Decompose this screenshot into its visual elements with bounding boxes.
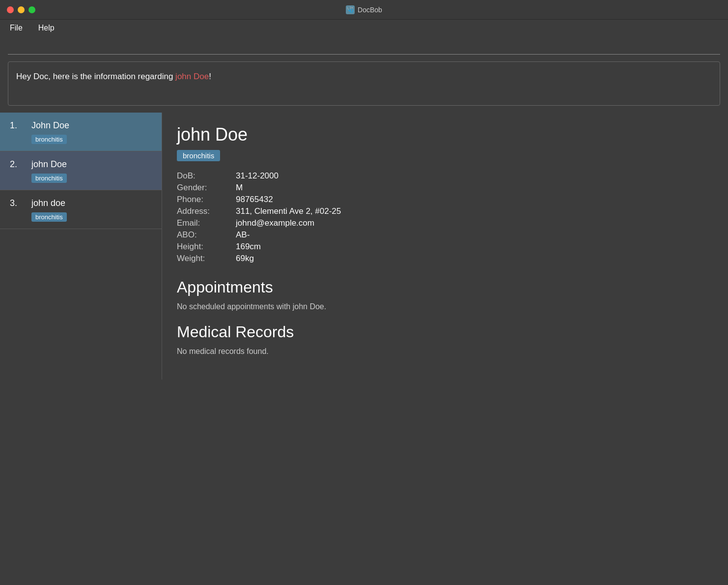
patient-detail: john Doe bronchitis DoB: 31-12-2000 Gend… bbox=[162, 113, 728, 380]
detail-row-dob: DoB: 31-12-2000 bbox=[177, 171, 713, 181]
app-title-text: DocBob bbox=[358, 6, 382, 14]
patient-tag-1: bronchitis bbox=[31, 135, 67, 144]
detail-patient-tag: bronchitis bbox=[177, 150, 220, 161]
detail-value-gender: M bbox=[236, 183, 243, 193]
patient-number-3: 3. bbox=[10, 198, 24, 208]
detail-label-height: Height: bbox=[177, 242, 236, 252]
window-controls bbox=[7, 6, 35, 13]
patient-fullname-3: john doe bbox=[31, 198, 65, 208]
menu-help[interactable]: Help bbox=[36, 23, 56, 33]
detail-label-gender: Gender: bbox=[177, 183, 236, 193]
detail-value-height: 169cm bbox=[236, 242, 261, 252]
detail-row-height: Height: 169cm bbox=[177, 242, 713, 252]
main-content: 1. John Doe bronchitis 2. john Doe bronc… bbox=[0, 113, 728, 380]
detail-row-abo: ABO: AB- bbox=[177, 230, 713, 240]
app-title: 🩺 DocBob bbox=[346, 5, 382, 14]
minimize-button[interactable] bbox=[18, 6, 25, 13]
close-button[interactable] bbox=[7, 6, 14, 13]
detail-label-email: Email: bbox=[177, 218, 236, 228]
patient-item-2[interactable]: 2. john Doe bronchitis bbox=[0, 151, 162, 190]
detail-row-phone: Phone: 98765432 bbox=[177, 195, 713, 205]
patient-tag-3: bronchitis bbox=[31, 212, 67, 222]
app-icon: 🩺 bbox=[346, 5, 355, 14]
patient-number-2: 2. bbox=[10, 159, 24, 170]
detail-value-address: 311, Clementi Ave 2, #02-25 bbox=[236, 206, 341, 216]
detail-label-dob: DoB: bbox=[177, 171, 236, 181]
detail-label-phone: Phone: bbox=[177, 195, 236, 205]
patient-name-2: 2. john Doe bbox=[10, 159, 152, 170]
patient-name-1: 1. John Doe bbox=[10, 120, 152, 131]
patient-tag-2: bronchitis bbox=[31, 174, 67, 183]
titlebar: 🩺 DocBob bbox=[0, 0, 728, 20]
message-text: Hey Doc, here is the information regardi… bbox=[16, 72, 211, 81]
detail-row-address: Address: 311, Clementi Ave 2, #02-25 bbox=[177, 206, 713, 216]
medical-records-text: No medical records found. bbox=[177, 347, 713, 356]
patient-list: 1. John Doe bronchitis 2. john Doe bronc… bbox=[0, 113, 162, 380]
patient-item-3[interactable]: 3. john doe bronchitis bbox=[0, 190, 162, 229]
patient-number-1: 1. bbox=[10, 120, 24, 131]
patient-item-1[interactable]: 1. John Doe bronchitis bbox=[0, 113, 162, 151]
detail-row-email: Email: johnd@example.com bbox=[177, 218, 713, 228]
patient-name-3: 3. john doe bbox=[10, 198, 152, 208]
detail-row-weight: Weight: 69kg bbox=[177, 254, 713, 263]
detail-label-abo: ABO: bbox=[177, 230, 236, 240]
maximize-button[interactable] bbox=[28, 6, 35, 13]
detail-row-gender: Gender: M bbox=[177, 183, 713, 193]
message-prefix: Hey Doc, here is the information regardi… bbox=[16, 72, 175, 81]
appointments-text: No scheduled appointments with john Doe. bbox=[177, 302, 713, 311]
search-wrapper bbox=[8, 41, 720, 55]
detail-value-dob: 31-12-2000 bbox=[236, 171, 279, 181]
patient-fullname-2: john Doe bbox=[31, 159, 67, 170]
search-input[interactable] bbox=[8, 41, 720, 50]
detail-value-email: johnd@example.com bbox=[236, 218, 314, 228]
detail-label-address: Address: bbox=[177, 206, 236, 216]
menubar: File Help bbox=[0, 20, 728, 36]
message-suffix: ! bbox=[209, 72, 211, 81]
menu-file[interactable]: File bbox=[8, 23, 25, 33]
appointments-title: Appointments bbox=[177, 278, 713, 296]
detail-value-abo: AB- bbox=[236, 230, 250, 240]
detail-label-weight: Weight: bbox=[177, 254, 236, 263]
detail-value-weight: 69kg bbox=[236, 254, 254, 263]
message-highlight: john Doe bbox=[175, 72, 209, 81]
detail-value-phone: 98765432 bbox=[236, 195, 273, 205]
patient-fullname-1: John Doe bbox=[31, 120, 69, 131]
message-box: Hey Doc, here is the information regardi… bbox=[8, 61, 720, 106]
detail-patient-name: john Doe bbox=[177, 124, 713, 145]
search-area bbox=[0, 36, 728, 55]
medical-records-title: Medical Records bbox=[177, 323, 713, 341]
detail-info-table: DoB: 31-12-2000 Gender: M Phone: 9876543… bbox=[177, 171, 713, 263]
